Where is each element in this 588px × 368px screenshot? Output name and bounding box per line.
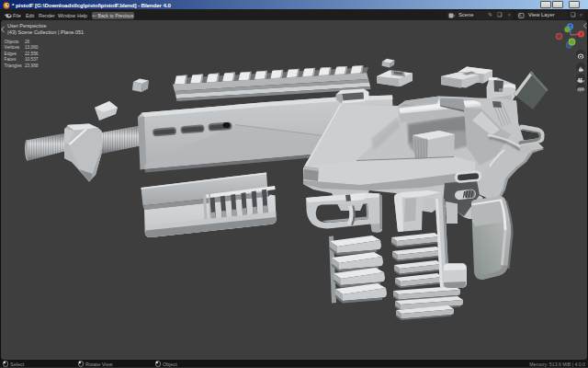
svg-text:X: X: [580, 31, 583, 37]
